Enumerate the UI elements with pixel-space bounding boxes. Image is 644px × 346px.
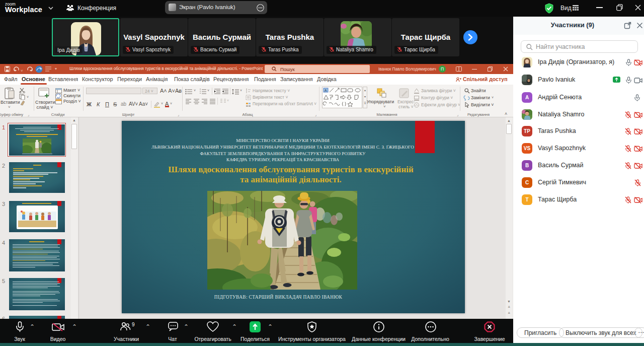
svg-text:A: A [325,89,327,92]
